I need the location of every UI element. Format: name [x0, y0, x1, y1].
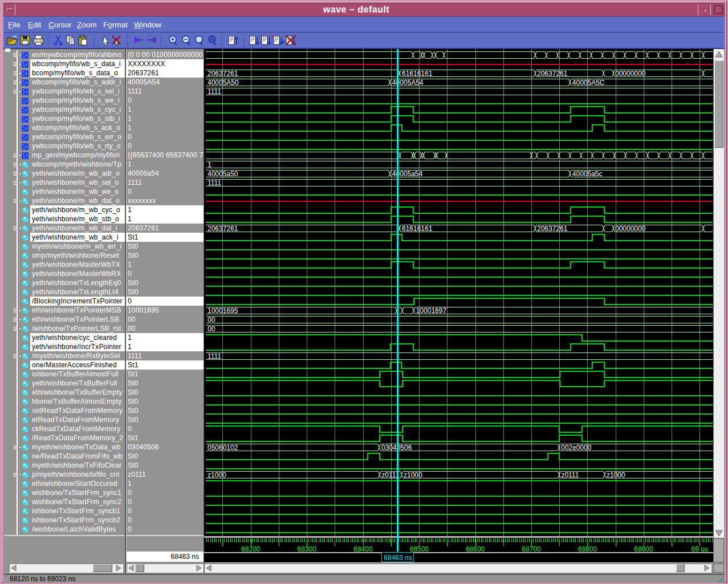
svg-text:61616161: 61616161: [402, 70, 433, 78]
svg-text:20637261: 20637261: [208, 225, 238, 233]
svg-text:68800: 68800: [578, 545, 597, 553]
svg-text:40005a50: 40005a50: [208, 170, 238, 178]
svg-text:03040506: 03040506: [381, 444, 412, 452]
svg-text:05060102: 05060102: [208, 444, 238, 452]
svg-text:40005a54: 40005a54: [392, 170, 423, 178]
svg-text:z0111: z0111: [561, 471, 579, 479]
svg-text:68500: 68500: [409, 545, 429, 553]
svg-text:002e0000: 002e0000: [561, 444, 592, 452]
svg-text:1111: 1111: [208, 179, 221, 187]
svg-text:20637261: 20637261: [537, 70, 568, 78]
svg-text:68600: 68600: [466, 545, 485, 553]
svg-text:00000000: 00000000: [615, 70, 646, 78]
svg-text:z0111: z0111: [381, 471, 399, 479]
svg-text:40005A5C: 40005A5C: [572, 79, 605, 87]
svg-text:68463 ns: 68463 ns: [384, 554, 412, 562]
svg-text:61616161: 61616161: [402, 225, 433, 233]
svg-text:10001695: 10001695: [208, 307, 238, 315]
svg-text:10001697: 10001697: [416, 307, 447, 315]
svg-text:z1000: z1000: [208, 471, 226, 479]
svg-text:68300: 68300: [298, 545, 317, 553]
svg-text:1: 1: [208, 161, 212, 169]
svg-text:69 us: 69 us: [692, 545, 708, 553]
svg-text:z1000: z1000: [404, 471, 422, 479]
svg-text:20637261: 20637261: [208, 70, 238, 78]
svg-text:68200: 68200: [241, 545, 261, 553]
svg-text:z1000: z1000: [607, 471, 625, 479]
svg-text:20637261: 20637261: [537, 225, 568, 233]
svg-text:40005a5c: 40005a5c: [572, 170, 603, 178]
svg-text:68400: 68400: [353, 545, 373, 553]
svg-text:00: 00: [208, 325, 215, 333]
svg-text:40005A50: 40005A50: [208, 79, 239, 87]
svg-text:68900: 68900: [634, 545, 653, 553]
svg-text:00000000: 00000000: [615, 225, 646, 233]
svg-text:00: 00: [208, 316, 215, 324]
svg-text:1111: 1111: [208, 88, 221, 96]
svg-text:1111: 1111: [208, 352, 221, 360]
svg-text:68700: 68700: [522, 545, 541, 553]
